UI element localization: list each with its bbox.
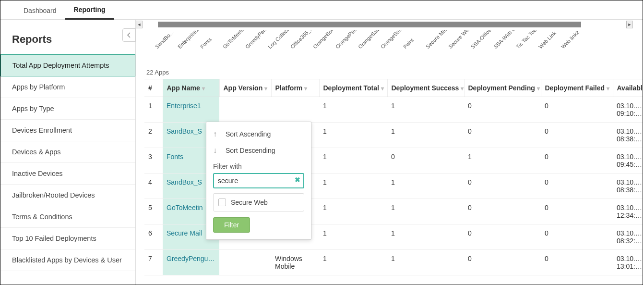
table-cell: 0 xyxy=(541,148,613,174)
table-cell: 0 xyxy=(464,123,541,148)
clear-filter-icon[interactable]: ✖ xyxy=(295,176,300,184)
col-deploy-pending[interactable]: Deployment Pending▾ xyxy=(464,79,541,97)
table-cell: 1 xyxy=(464,148,541,174)
report-content: ◄ ► SandBo...Enterprise1FontsGoToMeeti..… xyxy=(136,20,643,285)
table-cell: 03.10.20113:01:50 xyxy=(613,250,643,275)
table-cell xyxy=(271,97,319,123)
table-cell xyxy=(219,97,271,123)
table-cell: 1 xyxy=(144,97,163,123)
table-cell: 1 xyxy=(319,97,387,123)
col-platform[interactable]: Platform▾ xyxy=(271,79,319,97)
table-cell: 1 xyxy=(319,224,387,250)
table-cell: 1 xyxy=(387,174,464,199)
checkbox[interactable] xyxy=(218,199,226,206)
filter-button[interactable]: Filter xyxy=(213,217,250,233)
chevron-down-icon: ▾ xyxy=(264,85,267,92)
table-cell: 2 xyxy=(144,123,163,148)
chevron-down-icon: ▾ xyxy=(304,85,307,92)
sort-ascending-option[interactable]: ↑ Sort Ascending xyxy=(213,126,304,142)
col-deploy-failed[interactable]: Deployment Failed▾ xyxy=(541,79,613,97)
chevron-down-icon: ▾ xyxy=(381,85,384,92)
arrow-down-icon: ↓ xyxy=(213,146,221,155)
table-row: 7GreedyPenguinsWindows Mobile110003.10.2… xyxy=(144,250,643,275)
table-cell: 1 xyxy=(387,199,464,224)
table-cell: 0 xyxy=(464,199,541,224)
table-cell: 4 xyxy=(144,174,163,199)
table-cell: 0 xyxy=(464,174,541,199)
report-item[interactable]: Apps by Platform xyxy=(0,76,135,98)
report-item[interactable]: Devices Enrollment xyxy=(0,120,135,141)
table-cell: 03.10.20112:34:35 xyxy=(613,199,643,224)
report-item[interactable]: Apps by Type xyxy=(0,98,135,120)
app-name-cell[interactable]: GreedyPenguins xyxy=(163,250,219,275)
filter-option[interactable]: Secure Web xyxy=(218,199,299,206)
table-cell: 0 xyxy=(541,199,613,224)
col-deploy-success[interactable]: Deployment Success▾ xyxy=(387,79,464,97)
table-cell: 0 xyxy=(541,174,613,199)
report-item[interactable]: Top 10 Failed Deployments xyxy=(0,228,135,249)
chart-x-labels: SandBo...Enterprise1FontsGoToMeeti...Gre… xyxy=(154,30,623,59)
table-cell: 03.10.20109:10:10 xyxy=(613,97,643,123)
col-num[interactable]: # xyxy=(144,79,163,97)
sidebar-title: Reports xyxy=(0,20,135,54)
filter-with-label: Filter with xyxy=(213,159,304,173)
table-cell: 0 xyxy=(464,250,541,275)
chevron-down-icon: ▾ xyxy=(607,85,609,92)
col-available[interactable]: Available xyxy=(613,79,643,97)
table-cell: 5 xyxy=(144,199,163,224)
chart-scroll-right[interactable]: ► xyxy=(626,21,633,28)
tab-dashboard[interactable]: Dashboard xyxy=(15,3,65,19)
table-cell xyxy=(219,250,271,275)
table-cell: 1 xyxy=(319,123,387,148)
table-cell: Windows Mobile xyxy=(271,250,319,275)
table-cell: 0 xyxy=(464,97,541,123)
table-cell: 3 xyxy=(144,148,163,174)
chart-scroll-left[interactable]: ◄ xyxy=(136,21,143,28)
top-tabs: Dashboard Reporting xyxy=(0,0,643,20)
col-app-name[interactable]: App Name▾ xyxy=(163,79,219,97)
report-item[interactable]: Terms & Conditions xyxy=(0,206,135,228)
app-name-cell[interactable]: Enterprise1 xyxy=(163,97,219,123)
chevron-down-icon: ▾ xyxy=(202,85,205,92)
column-filter-menu: ↑ Sort Ascending ↓ Sort Descending Filte… xyxy=(206,122,311,240)
table-cell: 0 xyxy=(541,224,613,250)
col-deploy-total[interactable]: Deployment Total▾ xyxy=(319,79,387,97)
table-cell: 03.10.20108:38:40 xyxy=(613,174,643,199)
tab-reporting[interactable]: Reporting xyxy=(65,2,114,20)
table-cell: 0 xyxy=(541,250,613,275)
arrow-up-icon: ↑ xyxy=(213,130,221,138)
chevron-down-icon: ▾ xyxy=(537,85,540,92)
chevron-down-icon: ▾ xyxy=(461,85,464,92)
table-row: 1Enterprise1110003.10.20109:10:10 xyxy=(144,97,643,123)
table-cell: 1 xyxy=(319,174,387,199)
apps-count: 22 Apps xyxy=(146,69,643,76)
filter-input[interactable] xyxy=(213,173,304,188)
table-cell: 1 xyxy=(319,250,387,275)
table-cell: 7 xyxy=(144,250,163,275)
table-cell: 1 xyxy=(387,224,464,250)
table-cell: 1 xyxy=(387,250,464,275)
col-app-version[interactable]: App Version▾ xyxy=(219,79,271,97)
filter-option-list: Secure Web xyxy=(213,193,304,211)
reports-sidebar: Reports Total App Deployment AttemptsApp… xyxy=(0,20,136,285)
collapse-sidebar-button[interactable] xyxy=(122,28,136,42)
table-cell: 0 xyxy=(541,97,613,123)
sort-descending-option[interactable]: ↓ Sort Descending xyxy=(213,142,304,159)
table-cell: 1 xyxy=(387,97,464,123)
table-cell: 1 xyxy=(319,199,387,224)
table-cell: 03.10.20109:45:07 xyxy=(613,148,643,174)
table-cell: 1 xyxy=(319,148,387,174)
table-cell: 6 xyxy=(144,224,163,250)
chart-strip: ◄ ► SandBo...Enterprise1FontsGoToMeeti..… xyxy=(144,20,643,59)
table-cell: 03.10.20108:38:40 xyxy=(613,123,643,148)
report-item[interactable]: Jailbroken/Rooted Devices xyxy=(0,185,135,206)
table-cell: 0 xyxy=(464,224,541,250)
report-item[interactable]: Devices & Apps xyxy=(0,141,135,163)
report-item[interactable]: Blacklisted Apps by Devices & User xyxy=(0,249,135,271)
table-cell: 03.10.20108:32:28 xyxy=(613,224,643,250)
table-cell: 0 xyxy=(387,148,464,174)
report-item[interactable]: Total App Deployment Attempts xyxy=(0,54,135,76)
table-cell: 0 xyxy=(541,123,613,148)
report-item[interactable]: Inactive Devices xyxy=(0,163,135,185)
chart-scroll-track[interactable] xyxy=(158,22,581,27)
